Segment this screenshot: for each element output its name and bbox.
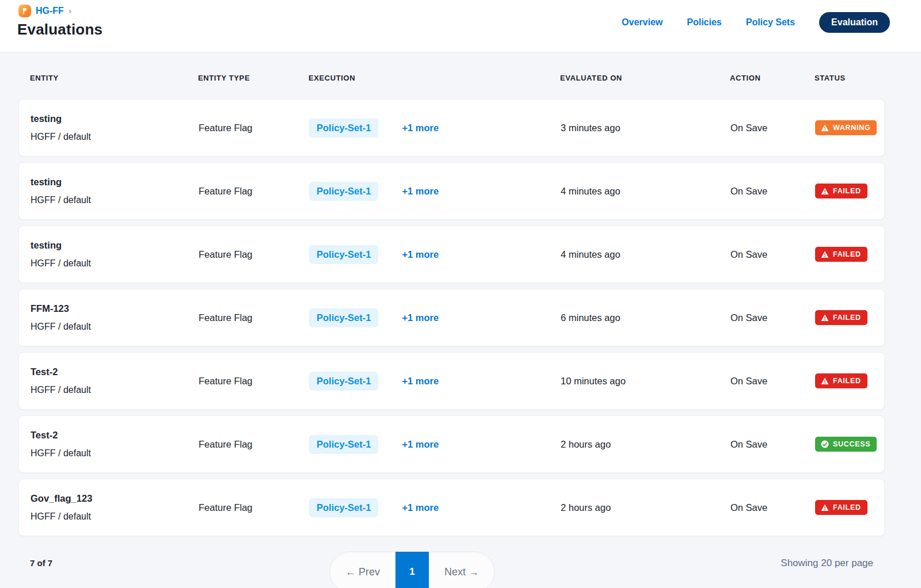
status-cell: FAILED: [815, 184, 873, 198]
status-cell: FAILED: [815, 247, 873, 262]
page-title: Evaluations: [17, 21, 102, 39]
entity-cell: testing HGFF / default: [31, 240, 199, 269]
entity-cell: testing HGFF / default: [31, 177, 199, 205]
more-policy-sets-link[interactable]: +1 more: [402, 312, 439, 323]
table-row[interactable]: Test-2 HGFF / default Feature Flag Polic…: [18, 415, 885, 473]
entity-name[interactable]: Test-2: [31, 430, 199, 441]
chevron-right-icon: ›: [68, 6, 71, 16]
header-nav: Overview Policies Policy Sets Evaluation: [622, 12, 890, 33]
entity-name[interactable]: testing: [31, 240, 199, 251]
status-badge: FAILED: [815, 500, 867, 515]
entity-scope: HGFF / default: [31, 385, 199, 395]
evaluations-page: HG-FF › Evaluations Overview Policies Po…: [0, 0, 921, 588]
status-label: FAILED: [833, 377, 861, 385]
execution-cell: Policy-Set-1 +1 more: [309, 119, 561, 138]
policy-set-chip[interactable]: Policy-Set-1: [309, 435, 378, 454]
status-badge: SUCCESS: [815, 437, 877, 452]
nav-policy-sets[interactable]: Policy Sets: [746, 17, 795, 28]
evaluated-on-cell: 4 minutes ago: [561, 186, 730, 197]
column-header-status: Status: [815, 74, 873, 82]
table-body: testing HGFF / default Feature Flag Poli…: [18, 99, 885, 542]
more-policy-sets-link[interactable]: +1 more: [402, 123, 439, 133]
entity-name[interactable]: Gov_flag_123: [31, 493, 199, 504]
entity-name[interactable]: testing: [31, 113, 199, 124]
status-badge: WARNING: [815, 120, 877, 135]
policy-set-chip[interactable]: Policy-Set-1: [309, 182, 378, 201]
entity-cell: Gov_flag_123 HGFF / default: [31, 493, 199, 522]
entity-cell: Test-2 HGFF / default: [31, 366, 199, 395]
status-cell: FAILED: [815, 310, 873, 325]
warning-triangle-icon: [821, 124, 829, 132]
policy-set-chip[interactable]: Policy-Set-1: [309, 245, 378, 264]
warning-triangle-icon: [821, 188, 829, 195]
nav-evaluation-active[interactable]: Evaluation: [819, 12, 890, 33]
status-label: FAILED: [833, 503, 861, 511]
page-size-label: Showing 20 per page: [781, 558, 873, 569]
breadcrumb: HG-FF ›: [18, 5, 71, 17]
table-row[interactable]: testing HGFF / default Feature Flag Poli…: [18, 99, 885, 156]
pagination: ← Prev 1 Next →: [329, 551, 495, 588]
evaluated-on-cell: 4 minutes ago: [561, 249, 730, 260]
entity-cell: FFM-123 HGFF / default: [31, 303, 199, 332]
entity-cell: Test-2 HGFF / default: [31, 430, 199, 459]
nav-policies[interactable]: Policies: [687, 17, 721, 28]
page-number-button[interactable]: 1: [395, 552, 429, 588]
action-cell: On Save: [730, 186, 815, 197]
nav-overview[interactable]: Overview: [622, 17, 663, 28]
entity-type-cell: Feature Flag: [199, 376, 309, 387]
policy-set-chip[interactable]: Policy-Set-1: [309, 308, 378, 327]
entity-name[interactable]: testing: [31, 177, 199, 188]
column-header-entity: Entity: [30, 74, 198, 82]
entity-scope: HGFF / default: [31, 448, 199, 459]
execution-cell: Policy-Set-1 +1 more: [309, 182, 561, 201]
policy-set-chip[interactable]: Policy-Set-1: [309, 119, 378, 138]
table-row[interactable]: testing HGFF / default Feature Flag Poli…: [18, 226, 885, 283]
evaluated-on-cell: 10 minutes ago: [561, 376, 730, 387]
entity-type-cell: Feature Flag: [199, 249, 309, 260]
execution-cell: Policy-Set-1 +1 more: [309, 372, 561, 391]
action-cell: On Save: [730, 439, 815, 450]
status-badge: FAILED: [815, 373, 867, 388]
entity-type-cell: Feature Flag: [199, 123, 309, 133]
policy-set-chip[interactable]: Policy-Set-1: [309, 372, 378, 391]
status-badge: FAILED: [815, 247, 867, 262]
page-header: HG-FF › Evaluations Overview Policies Po…: [0, 0, 921, 52]
evaluated-on-cell: 2 hours ago: [561, 502, 730, 513]
more-policy-sets-link[interactable]: +1 more: [402, 439, 439, 450]
entity-type-cell: Feature Flag: [199, 312, 309, 323]
evaluated-on-cell: 3 minutes ago: [561, 123, 730, 133]
status-label: WARNING: [833, 124, 870, 132]
more-policy-sets-link[interactable]: +1 more: [402, 502, 439, 513]
more-policy-sets-link[interactable]: +1 more: [402, 249, 439, 260]
status-label: FAILED: [833, 187, 861, 195]
evaluated-on-cell: 6 minutes ago: [561, 312, 730, 323]
entity-scope: HGFF / default: [31, 511, 199, 522]
table-row[interactable]: Gov_flag_123 HGFF / default Feature Flag…: [18, 479, 885, 536]
check-circle-icon: [821, 440, 829, 448]
warning-triangle-icon: [821, 504, 829, 511]
table-row[interactable]: FFM-123 HGFF / default Feature Flag Poli…: [18, 289, 885, 346]
policy-set-chip[interactable]: Policy-Set-1: [309, 498, 378, 517]
entity-name[interactable]: Test-2: [31, 366, 199, 377]
status-cell: SUCCESS: [815, 437, 877, 452]
execution-cell: Policy-Set-1 +1 more: [309, 498, 561, 517]
column-header-execution: Execution: [309, 74, 560, 82]
execution-cell: Policy-Set-1 +1 more: [309, 245, 561, 264]
entity-name[interactable]: FFM-123: [31, 303, 199, 314]
status-label: FAILED: [833, 250, 861, 258]
table-row[interactable]: testing HGFF / default Feature Flag Poli…: [18, 162, 885, 220]
results-count: 7 of 7: [30, 558, 52, 568]
table-row[interactable]: Test-2 HGFF / default Feature Flag Polic…: [18, 352, 885, 410]
warning-triangle-icon: [821, 251, 829, 258]
prev-page-button[interactable]: ← Prev: [330, 552, 395, 588]
status-cell: WARNING: [815, 120, 877, 135]
warning-triangle-icon: [821, 314, 829, 322]
project-logo-icon: [18, 5, 31, 17]
execution-cell: Policy-Set-1 +1 more: [309, 435, 561, 454]
evaluated-on-cell: 2 hours ago: [561, 439, 730, 450]
next-page-button[interactable]: Next →: [429, 552, 494, 588]
more-policy-sets-link[interactable]: +1 more: [402, 186, 439, 197]
more-policy-sets-link[interactable]: +1 more: [402, 376, 439, 387]
status-cell: FAILED: [815, 373, 873, 388]
breadcrumb-project-link[interactable]: HG-FF: [36, 6, 64, 16]
